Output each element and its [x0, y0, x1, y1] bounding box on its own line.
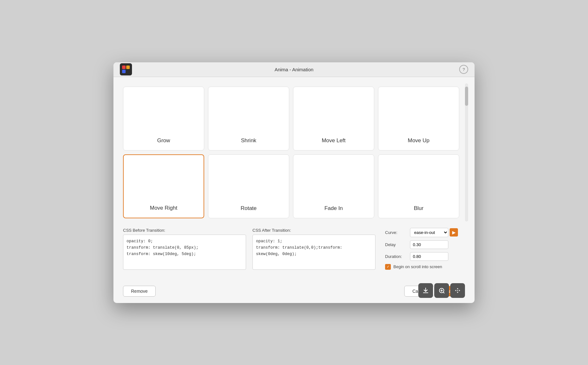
help-button[interactable]: ? [459, 65, 468, 74]
add-animation-toolbar-button[interactable] [434, 283, 449, 298]
bottom-section: CSS Before Transition: CSS After Transit… [113, 221, 475, 283]
scroll-label: Begin on scroll into screen [393, 264, 442, 269]
delay-label: Delay [385, 242, 407, 247]
css-after-block: CSS After Transition: [252, 228, 375, 271]
css-before-label: CSS Before Transition: [123, 228, 246, 233]
scroll-checkbox-row: ✓ Begin on scroll into screen [385, 264, 465, 270]
delay-row: Delay [385, 240, 465, 249]
css-before-block: CSS Before Transition: [123, 228, 246, 271]
animation-card-grow[interactable]: Grow [123, 87, 204, 151]
css-row: CSS Before Transition: CSS After Transit… [123, 228, 465, 271]
animation-card-shrink[interactable]: Shrink [208, 87, 289, 151]
animation-card-fade-in[interactable]: Fade In [293, 154, 374, 218]
duration-input[interactable] [410, 252, 448, 261]
curve-edit-button[interactable]: ▶ [450, 228, 458, 237]
animation-grid-area: GrowShrinkMove LeftMove UpMove RightRota… [113, 77, 475, 221]
delay-input[interactable] [410, 240, 448, 249]
scrollbar-thumb [465, 87, 468, 106]
curve-label: Curve: [385, 230, 407, 235]
scrollbar[interactable] [462, 83, 468, 221]
animation-card-move-left[interactable]: Move Left [293, 87, 374, 151]
curve-select-wrapper: ease-in-out ease-in ease-out linear ▶ [410, 228, 458, 237]
scrollbar-track [465, 83, 468, 221]
animation-card-blur[interactable]: Blur [378, 154, 459, 218]
svg-rect-0 [122, 66, 126, 69]
css-after-textarea[interactable] [252, 235, 375, 270]
scroll-checkbox[interactable]: ✓ [385, 264, 391, 270]
curve-select[interactable]: ease-in-out ease-in ease-out linear [410, 228, 448, 237]
css-before-textarea[interactable] [123, 235, 246, 270]
app-logo [120, 63, 132, 75]
move-toolbar-button[interactable] [450, 283, 465, 298]
duration-row: Duration: [385, 252, 465, 261]
svg-rect-1 [126, 66, 130, 69]
animation-grid: GrowShrinkMove LeftMove UpMove RightRota… [120, 83, 462, 221]
animation-dialog: Anima - Animation ? GrowShrinkMove LeftM… [113, 62, 475, 303]
svg-point-3 [457, 290, 458, 291]
title-bar: Anima - Animation ? [113, 62, 475, 77]
css-after-label: CSS After Transition: [252, 228, 375, 233]
dialog-title: Anima - Animation [275, 67, 313, 72]
download-toolbar-button[interactable] [418, 283, 433, 298]
remove-button[interactable]: Remove [123, 286, 156, 297]
duration-label: Duration: [385, 254, 407, 259]
animation-card-move-up[interactable]: Move Up [378, 87, 459, 151]
floating-toolbar [418, 283, 465, 298]
animation-card-rotate[interactable]: Rotate [208, 154, 289, 218]
curve-row: Curve: ease-in-out ease-in ease-out line… [385, 228, 465, 237]
settings-block: Curve: ease-in-out ease-in ease-out line… [382, 228, 465, 271]
svg-rect-2 [122, 70, 126, 73]
animation-card-move-right[interactable]: Move Right [123, 154, 204, 218]
